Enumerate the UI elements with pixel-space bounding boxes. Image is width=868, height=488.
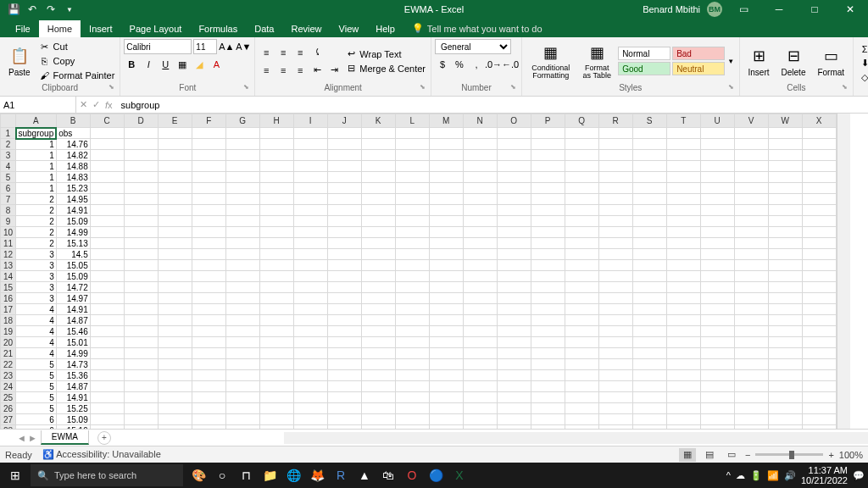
cell[interactable]: [632, 139, 666, 150]
cell[interactable]: [768, 304, 802, 315]
cell[interactable]: [802, 326, 836, 337]
cell[interactable]: [598, 238, 632, 249]
cell[interactable]: [497, 370, 531, 381]
cell[interactable]: [531, 216, 565, 227]
cell[interactable]: [225, 403, 259, 414]
cell[interactable]: [700, 414, 734, 425]
cell[interactable]: [429, 271, 463, 282]
cell[interactable]: [259, 238, 293, 249]
tab-formulas[interactable]: Formulas: [190, 20, 246, 37]
cell[interactable]: [565, 183, 598, 194]
cell[interactable]: [259, 227, 293, 238]
format-cells-button[interactable]: ▭Format: [812, 44, 849, 79]
cell[interactable]: [666, 249, 700, 260]
cell[interactable]: [158, 326, 192, 337]
shrink-font-button[interactable]: A▼: [236, 39, 251, 54]
tray-notifications-icon[interactable]: 💬: [853, 470, 865, 481]
cell[interactable]: 5: [16, 403, 57, 414]
cell[interactable]: 1: [16, 139, 57, 150]
cell[interactable]: [124, 282, 158, 293]
wrap-text-button[interactable]: ↩Wrap Text: [343, 47, 427, 61]
cell[interactable]: [293, 304, 327, 315]
cell[interactable]: [225, 216, 259, 227]
cell[interactable]: [124, 293, 158, 304]
cell[interactable]: [429, 315, 463, 326]
cell[interactable]: [497, 183, 531, 194]
cell[interactable]: [361, 183, 395, 194]
taskbar-search[interactable]: 🔍 Type here to search: [31, 464, 183, 486]
cell[interactable]: [802, 238, 836, 249]
cell[interactable]: [632, 293, 666, 304]
decrease-decimal-button[interactable]: ←.0: [503, 57, 518, 72]
cell[interactable]: [395, 183, 429, 194]
cell[interactable]: [632, 315, 666, 326]
cell[interactable]: [598, 205, 632, 216]
cell[interactable]: 15.09: [56, 414, 90, 425]
cell[interactable]: 15.46: [56, 326, 90, 337]
cell[interactable]: [666, 293, 700, 304]
row-header[interactable]: 20: [1, 337, 16, 348]
cell[interactable]: [225, 172, 259, 183]
autosum-button[interactable]: ΣAutoSum: [857, 42, 868, 56]
cell[interactable]: [463, 205, 497, 216]
row-header[interactable]: 5: [1, 172, 16, 183]
cell[interactable]: [158, 315, 192, 326]
cell[interactable]: [700, 282, 734, 293]
cell[interactable]: [395, 414, 429, 425]
cell[interactable]: [666, 348, 700, 359]
cell[interactable]: [802, 205, 836, 216]
cell[interactable]: [734, 205, 768, 216]
cell[interactable]: [734, 128, 768, 139]
taskbar-firefox-icon[interactable]: 🦊: [305, 463, 329, 488]
cell[interactable]: [90, 282, 124, 293]
cell[interactable]: 5: [16, 392, 57, 403]
ribbon-options-icon[interactable]: ▭: [729, 0, 758, 19]
cell[interactable]: [361, 139, 395, 150]
cell[interactable]: [463, 128, 497, 139]
cell[interactable]: 14.88: [56, 161, 90, 172]
status-accessibility[interactable]: ♿ Accessibility: Unavailable: [42, 449, 161, 460]
cell[interactable]: [158, 414, 192, 425]
row-header[interactable]: 2: [1, 139, 16, 150]
column-header[interactable]: O: [497, 114, 531, 128]
cell[interactable]: [90, 326, 124, 337]
cell[interactable]: [429, 359, 463, 370]
cell[interactable]: [361, 271, 395, 282]
cell[interactable]: [361, 249, 395, 260]
cell[interactable]: 14.95: [56, 194, 90, 205]
cell[interactable]: [565, 260, 598, 271]
row-header[interactable]: 7: [1, 194, 16, 205]
cell[interactable]: [90, 414, 124, 425]
row-header[interactable]: 26: [1, 403, 16, 414]
cell[interactable]: [293, 370, 327, 381]
cell[interactable]: [225, 227, 259, 238]
cell[interactable]: [395, 128, 429, 139]
cell[interactable]: [598, 414, 632, 425]
cell[interactable]: [395, 304, 429, 315]
cell[interactable]: [531, 205, 565, 216]
cell[interactable]: 4: [16, 304, 57, 315]
cell[interactable]: [259, 392, 293, 403]
cell[interactable]: [666, 271, 700, 282]
cell[interactable]: 1: [16, 150, 57, 161]
row-header[interactable]: 10: [1, 227, 16, 238]
cell[interactable]: [734, 161, 768, 172]
cell[interactable]: [259, 128, 293, 139]
cell[interactable]: [531, 370, 565, 381]
cell[interactable]: [734, 315, 768, 326]
fill-color-button[interactable]: ◢: [192, 57, 207, 72]
cell[interactable]: [497, 315, 531, 326]
row-header[interactable]: 6: [1, 183, 16, 194]
cell[interactable]: [531, 150, 565, 161]
cell[interactable]: [666, 139, 700, 150]
cell[interactable]: [497, 238, 531, 249]
cell[interactable]: [395, 249, 429, 260]
align-middle-button[interactable]: ≡: [275, 45, 291, 60]
align-top-button[interactable]: ≡: [259, 45, 274, 60]
cell[interactable]: [700, 271, 734, 282]
cell[interactable]: [361, 282, 395, 293]
cell[interactable]: [565, 348, 598, 359]
cell[interactable]: [632, 337, 666, 348]
cell[interactable]: [598, 271, 632, 282]
cell[interactable]: [293, 282, 327, 293]
